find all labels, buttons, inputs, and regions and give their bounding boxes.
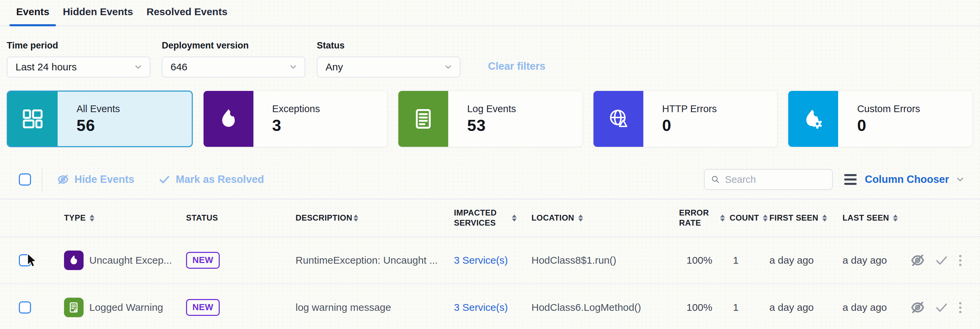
table-row[interactable]: Uncaught Excep... NEW RuntimeException: … [0, 237, 980, 283]
type-label: Uncaught Excep... [89, 254, 172, 266]
row-menu-icon[interactable] [958, 254, 963, 267]
sort-icon[interactable] [512, 215, 517, 222]
header-status: STATUS [186, 213, 296, 223]
tab-bar: Events Hidden Events Resolved Events [0, 0, 980, 26]
header-first-seen-label: FIRST SEEN [769, 213, 818, 223]
header-description-label: DESCRIPTION [296, 213, 350, 223]
hide-event-icon[interactable] [910, 253, 925, 268]
hide-events-button[interactable]: Hide Events [57, 173, 134, 186]
hide-event-icon[interactable] [910, 300, 925, 315]
header-error-rate-label: ERROR RATE [679, 208, 716, 228]
eye-slash-icon [57, 173, 69, 186]
chevron-down-icon [955, 175, 965, 184]
count-cell: 1 [730, 302, 769, 313]
impacted-services-link[interactable]: 3 Service(s) [454, 254, 508, 266]
status-badge: NEW [186, 299, 220, 316]
filters-row: Time period Last 24 hours Deployment ver… [0, 26, 980, 78]
header-error-rate[interactable]: ERROR RATE [679, 208, 730, 228]
filter-deployment-version: Deployment version 646 [162, 40, 305, 78]
last-seen-cell: a day ago [843, 254, 910, 266]
header-count[interactable]: COUNT [730, 213, 769, 223]
mark-as-resolved-button[interactable]: Mark as Resolved [158, 173, 264, 186]
last-seen-cell: a day ago [843, 302, 910, 313]
header-location-label: LOCATION [531, 213, 574, 223]
chevron-down-icon [444, 62, 453, 72]
table-header-row: TYPE STATUS DESCRIPTION IMPACTED SERVICE… [0, 199, 980, 237]
sort-icon[interactable] [763, 215, 768, 222]
chevron-down-icon [288, 62, 298, 72]
tab-hidden-events[interactable]: Hidden Events [56, 6, 140, 25]
card-title: HTTP Errors [662, 103, 717, 114]
card-count: 0 [662, 116, 717, 135]
impacted-services-link[interactable]: 3 Service(s) [454, 302, 508, 313]
sort-icon[interactable] [720, 215, 725, 222]
card-title: Exceptions [272, 103, 320, 114]
status-badge: NEW [186, 252, 220, 269]
chevron-down-icon [134, 62, 143, 72]
type-cell: Logged Warning [64, 298, 186, 317]
header-location[interactable]: LOCATION [531, 213, 679, 223]
header-last-seen[interactable]: LAST SEEN [843, 213, 910, 223]
header-impacted-services[interactable]: IMPACTED SERVICES [454, 208, 531, 228]
row-checkbox[interactable] [19, 301, 31, 313]
header-description[interactable]: DESCRIPTION [296, 213, 454, 223]
sort-icon[interactable] [578, 215, 583, 222]
time-period-label: Time period [7, 40, 150, 51]
clear-filters-link[interactable]: Clear filters [488, 60, 546, 72]
table-toolbar: Hide Events Mark as Resolved Column Choo… [0, 168, 980, 191]
card-count: 0 [857, 116, 920, 135]
type-label: Logged Warning [89, 302, 163, 313]
check-icon [158, 173, 170, 186]
filter-status: Status Any [317, 40, 460, 78]
description-cell: RuntimeException: Uncaught ... [296, 254, 454, 266]
count-cell: 1 [730, 254, 769, 266]
sort-icon[interactable] [353, 215, 358, 222]
card-body: Custom Errors 0 [838, 91, 920, 147]
card-http-errors[interactable]: HTTP Errors 0 [593, 91, 778, 147]
card-exceptions[interactable]: Exceptions 3 [203, 91, 388, 147]
header-first-seen[interactable]: FIRST SEEN [769, 213, 843, 223]
sort-icon[interactable] [90, 215, 94, 222]
table-row[interactable]: Logged Warning NEW log warning message 3… [0, 283, 980, 329]
column-chooser-button[interactable]: Column Chooser [844, 173, 965, 186]
first-seen-cell: a day ago [769, 302, 843, 313]
deployment-version-value: 646 [170, 61, 188, 73]
events-table: TYPE STATUS DESCRIPTION IMPACTED SERVICE… [0, 199, 980, 329]
status-value: Any [326, 61, 343, 73]
status-select[interactable]: Any [317, 57, 460, 78]
time-period-select[interactable]: Last 24 hours [7, 57, 150, 78]
card-log-events[interactable]: Log Events 53 [398, 91, 583, 147]
location-cell: HodClass8$1.run() [531, 254, 679, 266]
card-count: 3 [272, 116, 320, 135]
error-rate-cell: 100% [679, 302, 730, 313]
card-custom-errors[interactable]: Custom Errors 0 [788, 91, 973, 147]
type-cell: Uncaught Excep... [64, 251, 186, 270]
resolve-event-icon[interactable] [934, 253, 949, 267]
row-menu-icon[interactable] [958, 301, 963, 315]
tab-events[interactable]: Events [10, 6, 56, 25]
deployment-version-select[interactable]: 646 [162, 57, 305, 78]
row-checkbox[interactable] [19, 254, 31, 266]
globe-error-icon [593, 91, 643, 147]
sort-icon[interactable] [822, 215, 827, 222]
tab-resolved-events[interactable]: Resolved Events [140, 6, 234, 25]
flame-icon [64, 251, 84, 270]
header-status-label: STATUS [186, 213, 218, 223]
card-all-events[interactable]: All Events 56 [7, 91, 193, 147]
sort-icon[interactable] [893, 215, 898, 222]
header-type[interactable]: TYPE [64, 213, 186, 223]
resolve-event-icon[interactable] [934, 300, 949, 315]
card-title: All Events [76, 103, 120, 114]
search-box [704, 169, 833, 190]
card-body: Exceptions 3 [253, 91, 320, 147]
card-body: HTTP Errors 0 [643, 91, 717, 147]
deployment-version-label: Deployment version [162, 40, 305, 51]
grid-icon [8, 92, 57, 146]
toolbar-divider [42, 168, 43, 191]
mark-as-resolved-label: Mark as Resolved [176, 173, 264, 186]
hide-events-label: Hide Events [75, 173, 134, 186]
status-label: Status [317, 40, 460, 51]
select-all-checkbox[interactable] [19, 173, 31, 186]
search-input[interactable] [725, 174, 826, 185]
location-cell: HodClass6.LogMethod() [531, 302, 679, 313]
